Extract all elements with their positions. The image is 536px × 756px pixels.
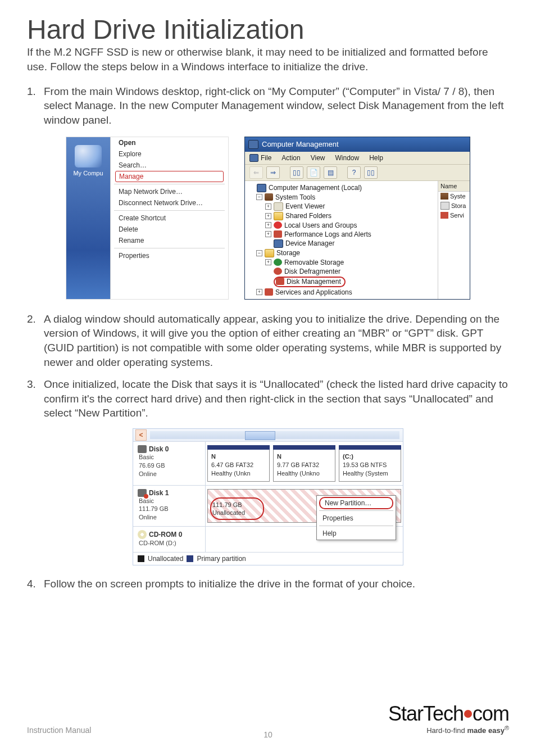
- tree-pane: Computer Management (Local) −System Tool…: [245, 181, 438, 299]
- my-computer-icon: [75, 145, 102, 168]
- expand-icon[interactable]: +: [265, 222, 271, 228]
- storage-icon: [265, 249, 274, 257]
- partition-context-menu: New Partition… Properties Help: [316, 495, 396, 540]
- menu-window[interactable]: Window: [335, 154, 360, 162]
- menu-item-delete[interactable]: Delete: [111, 224, 228, 235]
- folder-icon: [274, 212, 283, 220]
- intro-paragraph: If the M.2 NGFF SSD is new or otherwise …: [27, 45, 509, 74]
- legend-label-unallocated: Unallocated: [148, 555, 183, 563]
- step-num: 1.: [27, 84, 39, 128]
- tree-services[interactable]: +Services and Applications: [248, 288, 437, 297]
- tree-defragmenter[interactable]: Disk Defragmenter: [248, 267, 437, 276]
- menu-item-new-partition[interactable]: New Partition…: [319, 497, 393, 509]
- startech-logo: StarTech com Hard-to-find made easy®: [388, 702, 509, 735]
- menu-separator: [114, 184, 225, 184]
- tree-system-tools[interactable]: −System Tools: [248, 193, 437, 202]
- partition-bar: [273, 445, 335, 450]
- disk0-partition-2[interactable]: N 9.77 GB FAT32 Healthy (Unkno: [273, 445, 335, 482]
- menu-item-manage[interactable]: Manage: [115, 171, 224, 182]
- collapse-icon[interactable]: −: [256, 250, 262, 256]
- help-button[interactable]: ?: [347, 166, 361, 179]
- cd-icon: [138, 530, 147, 539]
- menu-item-help[interactable]: Help: [317, 527, 396, 540]
- back-button[interactable]: ⇐: [249, 166, 263, 179]
- scrollbar-track[interactable]: [150, 431, 399, 439]
- figure-row-1: My Compu Open Explore Search… Manage Map…: [27, 137, 509, 300]
- menu-item-properties[interactable]: Properties: [317, 512, 396, 524]
- tree-device-manager[interactable]: Device Manager: [248, 239, 437, 248]
- disk0-partition-1[interactable]: N 6.47 GB FAT32 Healthy (Unkn: [207, 445, 270, 482]
- scroll-left-button[interactable]: <: [135, 429, 147, 441]
- steps-list: 2.A dialog window should automatically a…: [27, 312, 509, 420]
- expand-icon[interactable]: +: [265, 213, 271, 219]
- menu-item-open[interactable]: Open: [111, 137, 228, 148]
- disk0-header: Disk 0: [138, 445, 201, 453]
- menu-item-properties[interactable]: Properties: [111, 250, 228, 261]
- tree-storage[interactable]: −Storage: [248, 248, 437, 258]
- disk0-partition-3[interactable]: (C:) 19.53 GB NTFS Healthy (System: [339, 445, 401, 482]
- tree-removable-storage[interactable]: +Removable Storage: [248, 258, 437, 267]
- cdrom-sub: CD-ROM (D:): [138, 539, 201, 547]
- disk-icon: [138, 489, 147, 497]
- step-text: A dialog window should automatically app…: [39, 312, 509, 370]
- menu-view[interactable]: View: [311, 154, 325, 162]
- storage-icon: [440, 202, 449, 210]
- defrag-icon: [274, 268, 282, 275]
- my-computer-label: My Compu: [66, 170, 110, 176]
- list-item[interactable]: Stora: [438, 201, 470, 211]
- list-item[interactable]: Syste: [438, 192, 470, 201]
- step-num: 2.: [27, 312, 39, 370]
- disk0-type: Basic: [138, 453, 201, 461]
- users-icon: [274, 221, 282, 229]
- expand-icon[interactable]: +: [265, 259, 271, 265]
- scrollbar-thumb[interactable]: [245, 431, 275, 440]
- menu-separator: [319, 526, 393, 526]
- toolbox-icon: [440, 193, 448, 200]
- footer-label: Instruction Manual: [27, 726, 91, 735]
- menubar: File Action View Window Help: [245, 152, 470, 165]
- toolbar-button[interactable]: ▯▯: [290, 166, 303, 179]
- properties-button[interactable]: 📄: [307, 166, 320, 179]
- tree-shared-folders[interactable]: +Shared Folders: [248, 211, 437, 221]
- tree-disk-management[interactable]: Disk Management: [248, 276, 437, 288]
- tree-local-users[interactable]: +Local Users and Groups: [248, 221, 437, 230]
- event-viewer-icon: [274, 202, 283, 211]
- tree-perf-logs[interactable]: +Performance Logs and Alerts: [248, 230, 437, 239]
- disk1-unallocated[interactable]: 111.79 GB Unallocated New Partition… Pro…: [207, 489, 401, 523]
- tree-root[interactable]: Computer Management (Local): [248, 183, 437, 193]
- menu-item-search[interactable]: Search…: [111, 160, 228, 171]
- unallocated-size: 111.79 GB: [212, 501, 242, 508]
- toolbar-button[interactable]: ▯▯: [364, 166, 378, 179]
- disk1-header: Disk 1: [138, 489, 201, 497]
- disk0-size: 76.69 GB: [138, 461, 201, 470]
- list-item[interactable]: Servi: [438, 211, 470, 220]
- menu-item-disconnect-drive[interactable]: Disconnect Network Drive…: [111, 197, 228, 209]
- export-button[interactable]: ▤: [324, 166, 337, 179]
- step-text: Once initialized, locate the Disk that s…: [39, 377, 509, 420]
- disk1-state: Online: [138, 513, 201, 522]
- collapse-icon[interactable]: −: [256, 194, 262, 200]
- menu-separator: [114, 248, 225, 248]
- list-header: Name: [438, 181, 470, 192]
- services-icon: [265, 288, 273, 296]
- expand-icon[interactable]: +: [256, 289, 262, 295]
- step-num: 3.: [27, 377, 39, 420]
- file-icon: [249, 154, 258, 162]
- removable-icon: [274, 259, 282, 266]
- forward-button[interactable]: ⇒: [266, 166, 280, 179]
- tree-event-viewer[interactable]: +Event Viewer: [248, 202, 437, 211]
- expand-icon[interactable]: +: [265, 203, 271, 210]
- window-title: Computer Management: [262, 140, 339, 148]
- menu-item-shortcut[interactable]: Create Shortcut: [111, 212, 228, 224]
- menu-item-map-drive[interactable]: Map Network Drive…: [111, 186, 228, 197]
- menu-item-rename[interactable]: Rename: [111, 235, 228, 246]
- expand-icon[interactable]: +: [265, 231, 271, 237]
- menu-help[interactable]: Help: [369, 154, 383, 162]
- brand-part-b: com: [473, 702, 509, 726]
- legend-label-primary: Primary partition: [197, 555, 246, 563]
- brand-part-a: StarTech: [388, 702, 464, 726]
- menu-action[interactable]: Action: [281, 154, 300, 162]
- menu-file[interactable]: File: [249, 154, 271, 162]
- menu-item-explore[interactable]: Explore: [111, 148, 228, 160]
- page-title: Hard Drive Initialization: [27, 16, 509, 44]
